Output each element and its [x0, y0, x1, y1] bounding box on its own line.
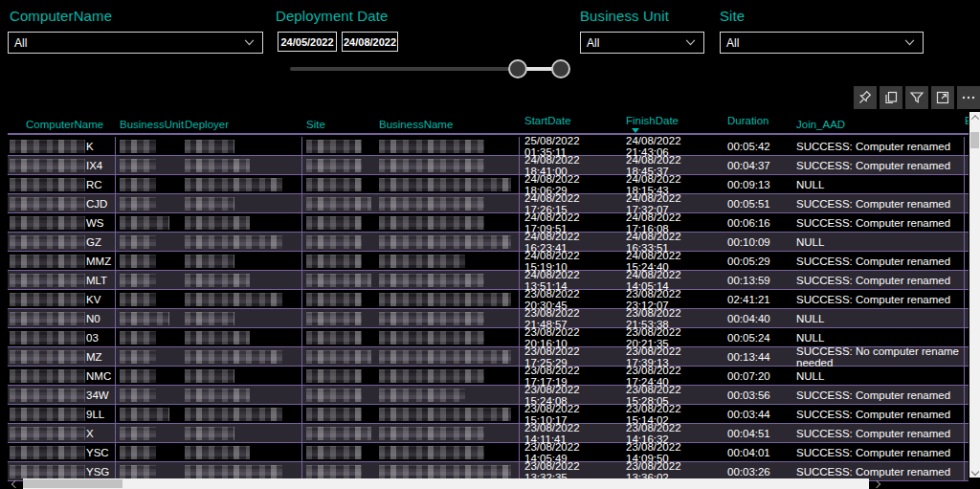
business-unit-dropdown[interactable]: All	[580, 32, 704, 54]
redacted-businessname	[379, 408, 511, 421]
cell-site	[302, 405, 375, 423]
table-row[interactable]: 34W 23/08/2022 15:24:08 23/08/2022 15:28…	[8, 386, 969, 405]
redacted-site	[306, 274, 371, 287]
redacted-site	[306, 465, 362, 478]
cell-join-aad: NULL	[791, 175, 965, 193]
column-header-join-aad[interactable]: Join_AAD	[791, 112, 965, 133]
redacted-businessname	[379, 140, 484, 153]
chevron-down-icon	[244, 39, 255, 46]
table-row[interactable]: IX4 24/08/2022 18:41:00 24/08/2022 18:45…	[8, 156, 969, 175]
redacted-computername	[10, 312, 85, 325]
horizontal-scrollbar[interactable]	[23, 478, 869, 489]
column-header-startdate[interactable]: StartDate	[520, 112, 624, 133]
scroll-down-arrow[interactable]	[969, 466, 980, 478]
site-filter-label: Site	[720, 8, 745, 24]
table-row[interactable]: N0 23/08/2022 21:48:57 23/08/2022 21:53:…	[8, 309, 969, 328]
table-row[interactable]: X 23/08/2022 14:11:41 23/08/2022 14:16:3…	[8, 424, 969, 443]
cell-businessname	[375, 405, 520, 423]
cell-duration: 00:09:13	[721, 179, 791, 190]
computername-suffix: RC	[86, 179, 102, 190]
pin-icon	[858, 90, 873, 105]
redacted-site	[306, 331, 362, 345]
cell-site	[302, 137, 375, 155]
pin-visual-button[interactable]	[854, 86, 877, 109]
cell-computername: CJD	[8, 194, 116, 212]
table-row[interactable]: MLT 24/08/2022 13:51:14 24/08/2022 14:05…	[8, 271, 969, 290]
business-unit-dropdown-value: All	[587, 36, 599, 50]
computername-suffix: 34W	[86, 389, 109, 401]
redacted-businessunit	[120, 408, 169, 421]
column-header-deployer[interactable]: Deployer	[181, 112, 302, 133]
redacted-deployer	[185, 446, 250, 459]
table-row[interactable]: K 25/08/2022 01:35:11 24/08/2022 21:43:0…	[8, 137, 969, 156]
date-start-input[interactable]: 24/05/2022	[278, 32, 337, 52]
chevron-down-icon	[685, 39, 696, 46]
table-row[interactable]: WS 24/08/2022 17:09:51 24/08/2022 17:16:…	[8, 213, 969, 233]
computername-suffix: NMC	[86, 370, 111, 382]
cell-site	[302, 347, 375, 366]
computername-dropdown-value: All	[14, 36, 27, 50]
cell-deployer	[181, 309, 302, 327]
scroll-left-arrow[interactable]	[8, 478, 22, 489]
table-row[interactable]: 9LL 23/08/2022 15:10:17 23/08/2022 15:14…	[8, 405, 969, 424]
vertical-scrollbar[interactable]	[969, 112, 980, 478]
column-header-error[interactable]: Er	[965, 112, 969, 133]
column-header-site[interactable]: Site	[302, 112, 375, 133]
more-options-button[interactable]	[957, 86, 980, 109]
column-header-duration[interactable]: Duration	[721, 112, 791, 133]
table-row[interactable]: CJD 24/08/2022 17:26:15 24/08/2022 17:32…	[8, 194, 969, 213]
cell-businessunit	[116, 271, 181, 289]
cell-duration: 00:04:01	[721, 447, 791, 458]
scroll-right-arrow[interactable]	[869, 478, 883, 489]
filters-button[interactable]	[905, 86, 928, 109]
site-dropdown[interactable]: All	[720, 32, 924, 54]
table-row[interactable]: MMZ 24/08/2022 15:19:10 24/08/2022 15:24…	[8, 252, 969, 271]
redacted-site	[306, 140, 362, 153]
slider-handle-end[interactable]	[551, 59, 570, 78]
cell-deployer	[181, 443, 302, 461]
slider-handle-start[interactable]	[508, 59, 527, 78]
table-row[interactable]: YSC 23/08/2022 14:05:49 23/08/2022 14:09…	[8, 443, 969, 462]
horizontal-scrollbar-thumb[interactable]	[23, 479, 122, 488]
redacted-site	[306, 255, 362, 268]
cell-site	[302, 213, 375, 232]
column-header-finishdate[interactable]: FinishDate	[624, 112, 721, 133]
redacted-businessname	[379, 331, 484, 345]
redacted-businessunit	[120, 293, 156, 306]
copy-visual-button[interactable]	[880, 86, 902, 109]
cell-computername: MMZ	[8, 252, 116, 270]
column-header-computername[interactable]: ComputerName	[8, 112, 116, 133]
cell-computername: YSC	[8, 443, 116, 461]
table-row[interactable]: RC 24/08/2022 18:06:29 24/08/2022 18:15:…	[8, 175, 969, 194]
redacted-deployer	[185, 293, 282, 306]
cell-deployer	[181, 405, 302, 423]
cell-businessunit	[116, 175, 181, 193]
scroll-up-arrow[interactable]	[969, 112, 980, 123]
cell-businessname	[375, 213, 520, 232]
cell-computername: X	[8, 424, 116, 442]
table-row[interactable]: NMC 23/08/2022 17:17:19 23/08/2022 17:24…	[8, 367, 969, 386]
redacted-computername	[10, 389, 85, 402]
table-row[interactable]: GZ 24/08/2022 16:23:41 24/08/2022 16:33:…	[8, 233, 969, 252]
redacted-businessunit	[120, 369, 156, 383]
cell-join-aad: SUCCESS: Computer renamed	[791, 194, 965, 212]
cell-businessname	[375, 424, 520, 442]
table-row[interactable]: MZ 23/08/2022 17:25:29 23/08/2022 17:39:…	[8, 347, 969, 367]
redacted-deployer	[185, 369, 234, 383]
column-header-businessname[interactable]: BusinessName	[375, 112, 520, 133]
vertical-scrollbar-thumb[interactable]	[970, 132, 979, 148]
table-row[interactable]: KV 23/08/2022 20:30:45 23/08/2022 23:12:…	[8, 290, 969, 309]
focus-mode-button[interactable]	[931, 86, 954, 109]
table-header-row: ComputerName BusinessUnit Deployer Site …	[8, 112, 969, 135]
redacted-businessname	[379, 178, 511, 191]
computername-dropdown[interactable]: All	[8, 32, 263, 54]
column-header-businessunit[interactable]: BusinessUnit	[116, 112, 181, 133]
redacted-site	[306, 446, 362, 459]
cell-businessname	[375, 290, 520, 308]
date-end-input[interactable]: 24/08/2022	[342, 32, 398, 52]
cell-duration: 00:05:42	[721, 141, 791, 152]
cell-computername: KV	[8, 290, 116, 308]
redacted-businessname	[379, 159, 484, 172]
date-range-slider[interactable]	[290, 58, 566, 79]
cell-businessname	[375, 233, 520, 251]
